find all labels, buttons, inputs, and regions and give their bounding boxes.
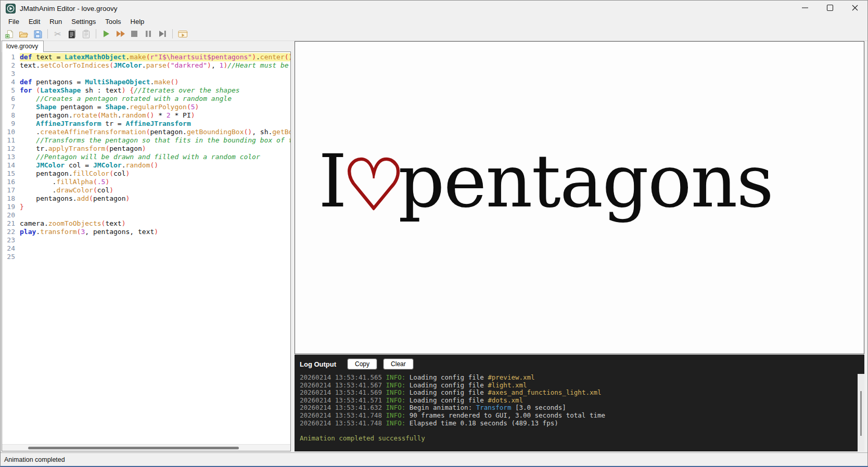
line-number: 14 — [2, 161, 20, 170]
menu-settings[interactable]: Settings — [67, 17, 100, 27]
copy-icon — [68, 30, 76, 38]
preview-panel: I♡pentagons — [295, 41, 864, 354]
code-text: text.setColorToIndices(JMColor.parse("da… — [20, 61, 290, 70]
window-controls — [793, 1, 867, 16]
code-text: tr.applyTransform(pentagon) — [20, 145, 290, 153]
log-line: Animation completed successfully — [300, 435, 852, 443]
code-line: 8 pentagon.rotate(Math.random() * 2 * PI… — [2, 111, 290, 120]
editor-pane: love.groovy 1def text = LatexMathObject.… — [2, 41, 291, 451]
code-line: 17 .drawColor(col) — [2, 186, 290, 194]
line-number: 1 — [2, 53, 20, 61]
code-line: 20 — [2, 211, 290, 219]
line-number: 20 — [2, 211, 20, 219]
editor-panel: 1def text = LatexMathObject.make(r"I$\he… — [2, 51, 291, 451]
copy-button[interactable]: Copy — [348, 359, 377, 369]
preview-text-right: pentagons — [398, 139, 773, 224]
line-number: 8 — [2, 111, 20, 120]
menu-help[interactable]: Help — [126, 17, 149, 27]
log-vscrollbar[interactable] — [858, 374, 864, 451]
stop-button[interactable] — [127, 28, 141, 40]
title-bar: JMathAnim Editor - love.groovy — [1, 1, 867, 16]
open-file-icon — [19, 30, 28, 38]
export-button[interactable] — [176, 28, 189, 40]
code-text — [20, 211, 290, 219]
paste-button[interactable] — [79, 28, 93, 40]
code-text: } — [20, 203, 290, 211]
line-number: 23 — [2, 236, 20, 244]
code-text: pentagon.rotate(Math.random() * 2 * PI) — [20, 111, 290, 120]
app-icon — [6, 4, 16, 14]
tab-love-groovy[interactable]: love.groovy — [2, 41, 44, 52]
code-text: .createAffineTransformation(pentagon.get… — [20, 128, 290, 136]
new-file-button[interactable] — [3, 28, 16, 40]
app-window: JMathAnim Editor - love.groovy FileEditR… — [0, 0, 868, 467]
copy-button[interactable] — [65, 28, 79, 40]
menu-edit[interactable]: Edit — [24, 17, 45, 27]
editor-hscrollbar[interactable] — [2, 444, 290, 451]
log-line: 20260214 13:53:41.748 INFO: Elapsed time… — [300, 420, 852, 427]
line-number: 6 — [2, 95, 20, 103]
scrollbar-thumb[interactable] — [860, 391, 862, 436]
log-panel: Log Output Copy Clear 20260214 13:53:41.… — [295, 355, 864, 451]
preview-text: I♡pentagons — [318, 139, 773, 224]
code-line: 9 AffineJTransform tr = AffineJTransform — [2, 120, 290, 128]
code-text: for (LatexShape sh : text) {//Iterates o… — [20, 86, 290, 95]
code-line: 21camera.zoomToObjects(text) — [2, 219, 290, 228]
code-text: JMColor col = JMColor.random() — [20, 161, 290, 170]
line-number: 9 — [2, 120, 20, 128]
code-text: //Pentagon will be drawn and filled with… — [20, 153, 290, 161]
code-editor[interactable]: 1def text = LatexMathObject.make(r"I$\he… — [2, 53, 290, 444]
code-line: 10 .createAffineTransformation(pentagon.… — [2, 128, 290, 136]
minimize-button[interactable] — [793, 1, 818, 16]
code-line: 1def text = LatexMathObject.make(r"I$\he… — [2, 53, 290, 61]
line-number: 4 — [2, 78, 20, 86]
code-text: .drawColor(col) — [20, 186, 290, 194]
line-number: 22 — [2, 228, 20, 236]
code-line: 2text.setColorToIndices(JMColor.parse("d… — [2, 61, 290, 70]
code-text: camera.zoomToObjects(text) — [20, 219, 290, 228]
line-number: 3 — [2, 70, 20, 78]
code-line: 23 — [2, 236, 290, 244]
code-line: 5for (LatexShape sh : text) {//Iterates … — [2, 86, 290, 95]
code-line: 4def pentagons = MultiShapeObject.make() — [2, 78, 290, 86]
maximize-button[interactable] — [818, 1, 843, 16]
menu-tools[interactable]: Tools — [100, 17, 125, 27]
toolbar-separator — [96, 29, 96, 38]
pause-button[interactable] — [142, 28, 155, 40]
run-button[interactable] — [99, 28, 113, 40]
menu-file[interactable]: File — [4, 17, 24, 27]
status-bar: Animation completed — [1, 452, 867, 466]
line-number: 2 — [2, 61, 20, 70]
code-text — [20, 70, 290, 78]
line-number: 10 — [2, 128, 20, 136]
code-text: play.transform(3, pentagons, text) — [20, 228, 290, 236]
run-icon — [102, 30, 110, 38]
clear-button[interactable]: Clear — [384, 359, 413, 369]
cut-button[interactable]: ✂ — [51, 28, 65, 40]
open-file-button[interactable] — [17, 28, 30, 40]
export-icon — [178, 30, 188, 38]
code-text: def pentagons = MultiShapeObject.make() — [20, 78, 290, 86]
menu-run[interactable]: Run — [45, 17, 67, 27]
code-text: AffineJTransform tr = AffineJTransform — [20, 120, 290, 128]
code-line: 18 pentagons.add(pentagon) — [2, 194, 290, 203]
save-icon — [33, 30, 42, 38]
code-line: 14 JMColor col = JMColor.random() — [2, 161, 290, 170]
toolbar-separator — [172, 29, 173, 38]
step-button[interactable] — [156, 28, 169, 40]
code-text: def text = LatexMathObject.make(r"I$\hea… — [20, 53, 290, 61]
new-file-icon — [5, 30, 14, 38]
save-button[interactable] — [31, 28, 44, 40]
status-text: Animation completed — [4, 456, 65, 463]
cut-icon: ✂ — [54, 29, 61, 39]
code-line: 12 tr.applyTransform(pentagon) — [2, 145, 290, 153]
maximize-icon — [826, 4, 834, 13]
close-button[interactable] — [843, 1, 867, 16]
code-line: 13 //Pentagon will be drawn and filled w… — [2, 153, 290, 161]
toolbar: ✂ — [1, 27, 867, 41]
scrollbar-thumb[interactable] — [28, 447, 239, 449]
line-number: 16 — [2, 178, 20, 186]
log-output-label: Log Output — [300, 360, 336, 368]
line-number: 15 — [2, 170, 20, 178]
fast-forward-button[interactable] — [113, 28, 127, 40]
